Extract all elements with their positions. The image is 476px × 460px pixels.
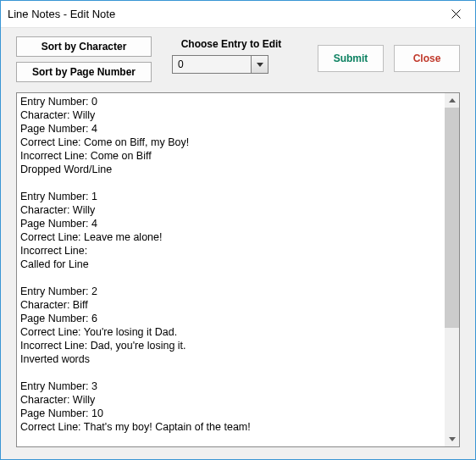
entries-text-content: Entry Number: 0 Character: Willy Page Nu…	[17, 93, 445, 446]
window-close-button[interactable]	[436, 1, 475, 28]
sort-by-page-button[interactable]: Sort by Page Number	[16, 62, 152, 82]
close-button[interactable]: Close	[394, 45, 460, 72]
vertical-scrollbar[interactable]	[445, 93, 459, 446]
dialog-window: Line Notes - Edit Note Sort by Character…	[0, 0, 476, 460]
svg-marker-4	[449, 437, 456, 441]
scroll-thumb[interactable]	[445, 108, 459, 328]
window-title: Line Notes - Edit Note	[8, 8, 436, 20]
svg-marker-2	[257, 63, 263, 67]
svg-marker-3	[449, 98, 456, 103]
sort-by-character-button[interactable]: Sort by Character	[16, 36, 152, 57]
choose-entry-group: Choose Entry to Edit 0	[172, 36, 291, 74]
titlebar: Line Notes - Edit Note	[1, 1, 475, 28]
action-buttons-group: Submit Close	[318, 36, 460, 72]
choose-entry-label: Choose Entry to Edit	[172, 38, 291, 50]
controls-row: Sort by Character Sort by Page Number Ch…	[1, 28, 475, 89]
sort-buttons-group: Sort by Character Sort by Page Number	[16, 36, 152, 82]
scroll-down-button[interactable]	[445, 432, 459, 446]
submit-button[interactable]: Submit	[318, 45, 384, 72]
choose-entry-dropdown-button[interactable]	[251, 56, 268, 73]
choose-entry-value: 0	[173, 56, 251, 73]
chevron-down-icon	[257, 63, 263, 67]
close-icon	[451, 9, 461, 19]
chevron-up-icon	[449, 98, 456, 103]
scroll-up-button[interactable]	[445, 93, 459, 108]
chevron-down-icon	[449, 437, 456, 441]
entries-textarea[interactable]: Entry Number: 0 Character: Willy Page Nu…	[16, 92, 460, 447]
scroll-track[interactable]	[445, 108, 459, 432]
choose-entry-combobox[interactable]: 0	[172, 55, 268, 74]
